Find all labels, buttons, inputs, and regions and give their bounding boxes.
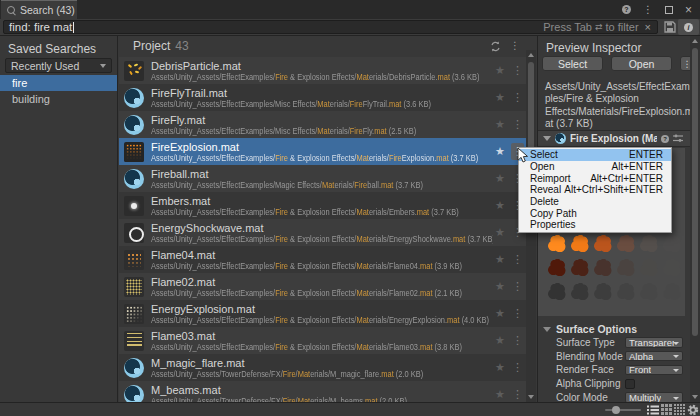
preset-icon[interactable] [673,134,683,143]
inspector-scrollbar[interactable] [690,36,700,402]
result-row[interactable]: EnergyShockwave.matAssets/Unity_Assets/E… [119,219,526,246]
scroll-up-icon[interactable] [528,53,534,57]
menu-item-select[interactable]: SelectENTER [519,149,671,161]
menu-item-reimport[interactable]: ReimportAlt+Ctrl+ENTER [519,172,671,184]
surface-type-dropdown[interactable]: Transparent [625,337,683,348]
render-face-dropdown[interactable]: Front [625,365,683,376]
favorite-star-icon[interactable]: ★ [493,307,507,320]
row-menu-icon[interactable]: ⋮ [511,251,524,268]
clear-search-icon[interactable]: × [645,21,651,33]
row-menu-icon[interactable]: ⋮ [511,278,524,295]
select-button[interactable]: Select [542,56,603,71]
result-path: Assets/Unity_Assets/EffectExamples/Magic… [151,180,493,191]
result-row[interactable]: FireExplosion.matAssets/Unity_Assets/Eff… [119,138,526,165]
saved-search-item-fire[interactable]: fire [0,75,117,91]
favorite-star-icon[interactable]: ★ [493,226,507,239]
open-button[interactable]: Open [611,56,672,71]
explosion-sprite [548,235,567,252]
result-path: Assets/Unity_Assets/EffectExamples/Fire … [151,261,493,272]
blending-mode-dropdown[interactable]: Alpha [625,351,683,362]
debris-thumbnail-icon [124,61,144,81]
saved-searches-sort-dropdown[interactable]: Recently Used [5,58,112,73]
result-row[interactable]: M_beams.matAssets/Unity_Assets/TowerDefe… [119,381,526,402]
explosion-sprite [594,235,613,252]
saved-search-item-building[interactable]: building [0,91,117,107]
result-row[interactable]: Fireball.matAssets/Unity_Assets/EffectEx… [119,165,526,192]
foldout-icon[interactable] [543,136,551,141]
surface-foldout-icon[interactable] [543,327,551,332]
window-menu-icon[interactable]: ⋮ [643,5,653,15]
favorite-star-icon[interactable]: ★ [493,280,507,293]
favorite-star-icon[interactable]: ★ [493,361,507,374]
menu-item-reveal[interactable]: RevealAlt+Ctrl+Shift+ENTER [519,184,671,196]
menu-item-delete[interactable]: Delete [519,196,671,208]
result-row[interactable]: EnergyExplosion.matAssets/Unity_Assets/E… [119,300,526,327]
surface-options-section: Surface Options Surface TypeTransparentB… [538,318,700,403]
spritesheet-thumbnail-icon [124,142,144,162]
settings-gear-icon[interactable] [687,404,699,416]
scroll-down-icon[interactable] [528,395,534,399]
favorite-star-icon[interactable]: ★ [493,118,507,131]
favorite-star-icon[interactable]: ★ [493,64,507,77]
item-size-slider[interactable] [605,409,641,411]
favorite-star-icon[interactable]: ★ [493,334,507,347]
results-title: Project [133,39,170,53]
row-menu-icon[interactable]: ⋮ [511,332,524,349]
list-view-icon[interactable] [647,405,659,415]
inspector-scroll-up-icon[interactable] [692,39,698,43]
sync-icon[interactable] [490,41,501,52]
result-row[interactable]: Flame03.matAssets/Unity_Assets/EffectExa… [119,327,526,354]
material-header[interactable]: Fire Explosion (Ma ? ⋮ [538,130,700,147]
explosion-sprite [663,259,682,276]
explosion-sprite [640,283,659,300]
row-menu-icon[interactable]: ⋮ [511,359,524,376]
row-menu-icon[interactable]: ⋮ [511,305,524,322]
favorite-star-icon[interactable]: ★ [493,172,507,185]
result-row[interactable]: Embers.matAssets/Unity_Assets/EffectExam… [119,192,526,219]
result-row[interactable]: M_magic_flare.matAssets/Unity_Assets/Tow… [119,354,526,381]
row-menu-icon[interactable]: ⋮ [511,89,524,106]
inspector-scroll-down-icon[interactable] [692,395,698,399]
result-path: Assets/Unity_Assets/TowerDefense/FX/Fire… [151,369,493,380]
result-name: Flame03.mat [151,330,493,342]
tab-search[interactable]: Search (43) [1,0,77,19]
result-row[interactable]: FireFly.matAssets/Unity_Assets/EffectExa… [119,111,526,138]
result-path: Assets/Unity_Assets/EffectExamples/Fire … [151,153,493,164]
tab-title: Search (43) [20,4,75,16]
menu-item-open[interactable]: OpenAlt+ENTER [519,161,671,173]
surface-option-row: Alpha Clipping [538,378,700,389]
result-row[interactable]: DebrisParticle.matAssets/Unity_Assets/Ef… [119,57,526,84]
favorite-star-icon[interactable]: ★ [493,145,507,158]
material-help-icon[interactable]: ? [661,135,669,143]
sphere-thumbnail-icon [124,115,144,135]
alpha-clipping-checkbox[interactable] [625,379,635,389]
help-icon[interactable]: ? [622,5,631,14]
menu-item-properties[interactable]: Properties [519,219,671,231]
result-row[interactable]: Flame02.matAssets/Unity_Assets/EffectExa… [119,273,526,300]
close-icon[interactable]: × [685,5,692,15]
slider-knob[interactable] [612,406,620,414]
info-toggle-button[interactable]: i [678,19,699,35]
row-menu-icon[interactable]: ⋮ [511,116,524,133]
search-input[interactable]: find: fire mat Press Tab ⇄ to filter × [3,20,658,34]
mouse-cursor [517,148,531,164]
result-row[interactable]: FireFlyTrail.matAssets/Unity_Assets/Effe… [119,84,526,111]
inspector-scrollbar-thumb[interactable] [692,48,698,336]
favorite-star-icon[interactable]: ★ [493,199,507,212]
search-toolbar: find: fire mat Press Tab ⇄ to filter × i [0,19,700,36]
result-name: Embers.mat [151,195,493,207]
menu-item-copy-path[interactable]: Copy Path [519,207,671,219]
result-row[interactable]: Flame04.matAssets/Unity_Assets/EffectExa… [119,246,526,273]
grid-view-icon[interactable] [661,404,672,415]
favorite-star-icon[interactable]: ★ [493,91,507,104]
row-menu-icon[interactable]: ⋮ [511,62,524,79]
maximize-icon[interactable] [665,6,673,14]
results-menu-icon[interactable]: ⋮ [510,41,520,51]
dense-grid-view-icon[interactable] [674,404,685,415]
results-header: Project 43 ⋮ [119,36,536,56]
sphere-thumbnail-icon [124,88,144,108]
favorite-star-icon[interactable]: ★ [493,388,507,401]
save-search-icon[interactable] [664,21,676,33]
row-menu-icon[interactable]: ⋮ [511,386,524,402]
favorite-star-icon[interactable]: ★ [493,253,507,266]
